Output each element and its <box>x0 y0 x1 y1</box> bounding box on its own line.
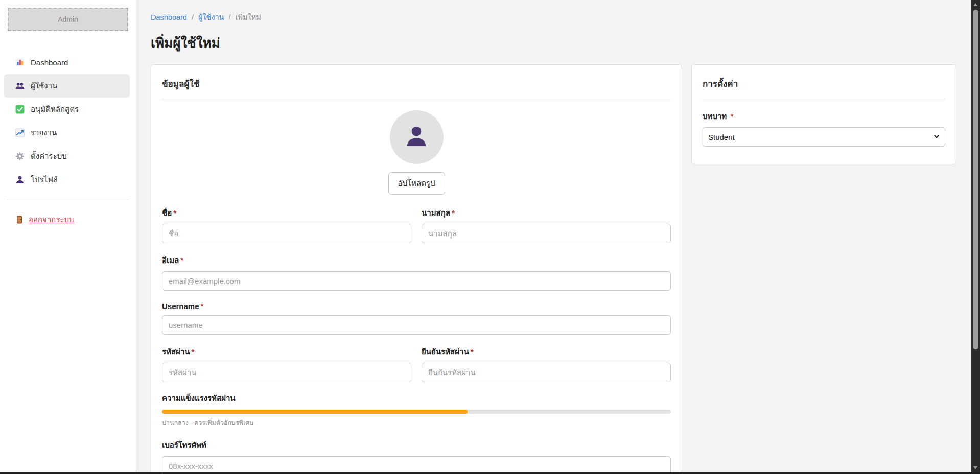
last-name-label: นามสกุล* <box>422 207 671 219</box>
email-input[interactable] <box>162 271 671 291</box>
user-info-card: ข้อมูลผู้ใช้ อัปโหลดรูป ชื่อ* <box>151 64 682 474</box>
sidebar-item-label: ผู้ใช้งาน <box>31 80 57 92</box>
admin-logo[interactable]: Admin <box>8 8 128 31</box>
password-strength-section: ความแข็งแรงรหัสผ่าน ปานกลาง - ควรเพิ่มตั… <box>162 392 671 428</box>
password-strength-track <box>162 410 671 414</box>
settings-card: การตั้งค่า บทบาท * Student <box>691 64 956 164</box>
last-name-input[interactable] <box>422 224 671 243</box>
required-marker: * <box>180 256 183 265</box>
sidebar-divider <box>7 200 129 200</box>
avatar-section: อัปโหลดรูป <box>162 110 671 195</box>
card-divider <box>162 99 671 99</box>
password-strength-hint: ปานกลาง - ควรเพิ่มตัวอักษรพิเศษ <box>162 418 671 428</box>
phone-field-group: เบอร์โทรศัพท์ <box>162 439 671 474</box>
breadcrumb-current: เพิ่มใหม่ <box>236 11 261 23</box>
breadcrumb-users[interactable]: ผู้ใช้งาน <box>198 11 224 23</box>
password-strength-label: ความแข็งแรงรหัสผ่าน <box>162 392 671 405</box>
app-window: Admin Dashboard ผู้ใช้งาน อนุมัติหลักสูต… <box>0 0 980 474</box>
person-icon <box>404 124 429 151</box>
breadcrumb-separator: / <box>192 13 194 21</box>
sidebar-item-users[interactable]: ผู้ใช้งาน <box>4 74 130 98</box>
main-content: Dashboard / ผู้ใช้งาน / เพิ่มใหม่ เพิ่มผ… <box>136 0 980 474</box>
avatar <box>390 110 444 164</box>
role-select[interactable]: Student <box>703 127 945 147</box>
scrollbar-thumb[interactable] <box>973 10 978 349</box>
gear-icon <box>15 152 25 161</box>
password-row: รหัสผ่าน* ยืนยันรหัสผ่าน* <box>162 346 671 393</box>
sidebar-nav: Dashboard ผู้ใช้งาน อนุมัติหลักสูตร รายง… <box>0 51 136 192</box>
first-name-field-group: ชื่อ* <box>162 207 411 243</box>
sidebar-item-label: ตั้งค่าระบบ <box>31 150 67 162</box>
confirm-password-field-group: ยืนยันรหัสผ่าน* <box>422 346 671 382</box>
content-row: ข้อมูลผู้ใช้ อัปโหลดรูป ชื่อ* <box>151 64 965 474</box>
breadcrumb: Dashboard / ผู้ใช้งาน / เพิ่มใหม่ <box>151 11 965 23</box>
card-divider <box>703 99 945 99</box>
page-title: เพิ่มผู้ใช้ใหม่ <box>151 32 965 53</box>
scroll-up-arrow[interactable] <box>971 0 980 9</box>
phone-label: เบอร์โทรศัพท์ <box>162 439 671 452</box>
sidebar-item-course-approval[interactable]: อนุมัติหลักสูตร <box>4 98 130 121</box>
bar-chart-icon <box>15 58 25 67</box>
password-strength-bar <box>162 410 468 414</box>
sidebar-item-label: รายงาน <box>31 127 57 139</box>
users-icon <box>15 81 25 90</box>
role-field-group: บทบาท * Student <box>703 110 945 147</box>
upload-photo-button[interactable]: อัปโหลดรูป <box>388 172 445 195</box>
confirm-password-label: ยืนยันรหัสผ่าน* <box>422 346 671 358</box>
sidebar-item-label: Dashboard <box>31 58 68 67</box>
name-row: ชื่อ* นามสกุล* <box>162 207 671 254</box>
check-icon <box>15 105 25 114</box>
password-field-group: รหัสผ่าน* <box>162 346 411 382</box>
sidebar-item-profile[interactable]: โปรไฟล์ <box>4 168 130 192</box>
sidebar: Admin Dashboard ผู้ใช้งาน อนุมัติหลักสูต… <box>0 0 136 474</box>
person-icon <box>15 175 25 184</box>
last-name-field-group: นามสกุล* <box>422 207 671 243</box>
required-marker: * <box>728 112 733 121</box>
settings-card-title: การตั้งค่า <box>703 76 945 99</box>
email-field-group: อีเมล* <box>162 254 671 291</box>
email-label: อีเมล* <box>162 254 671 267</box>
required-marker: * <box>201 302 204 311</box>
confirm-password-input[interactable] <box>422 363 671 382</box>
required-marker: * <box>173 208 176 217</box>
breadcrumb-dashboard[interactable]: Dashboard <box>151 13 187 21</box>
vertical-scrollbar <box>971 0 980 472</box>
username-label: Username* <box>162 302 671 311</box>
username-input[interactable] <box>162 315 671 335</box>
door-icon <box>15 216 24 224</box>
first-name-label: ชื่อ* <box>162 207 411 219</box>
scroll-down-arrow[interactable] <box>971 464 980 472</box>
phone-input[interactable] <box>162 456 671 474</box>
sidebar-item-system-settings[interactable]: ตั้งค่าระบบ <box>4 145 130 168</box>
logout-link[interactable]: ออกจากระบบ <box>15 214 136 226</box>
user-info-card-title: ข้อมูลผู้ใช้ <box>162 76 671 99</box>
sidebar-item-label: โปรไฟล์ <box>31 174 58 186</box>
role-label: บทบาท * <box>703 110 945 123</box>
password-input[interactable] <box>162 363 411 382</box>
username-field-group: Username* <box>162 302 671 335</box>
first-name-input[interactable] <box>162 224 411 243</box>
sidebar-item-reports[interactable]: รายงาน <box>4 121 130 145</box>
required-marker: * <box>452 208 455 217</box>
trend-chart-icon <box>15 128 25 137</box>
logout-label: ออกจากระบบ <box>29 214 74 226</box>
sidebar-item-label: อนุมัติหลักสูตร <box>31 103 79 115</box>
required-marker: * <box>192 347 195 356</box>
password-label: รหัสผ่าน* <box>162 346 411 358</box>
sidebar-item-dashboard[interactable]: Dashboard <box>4 51 130 74</box>
breadcrumb-separator: / <box>229 13 231 21</box>
required-marker: * <box>471 347 474 356</box>
